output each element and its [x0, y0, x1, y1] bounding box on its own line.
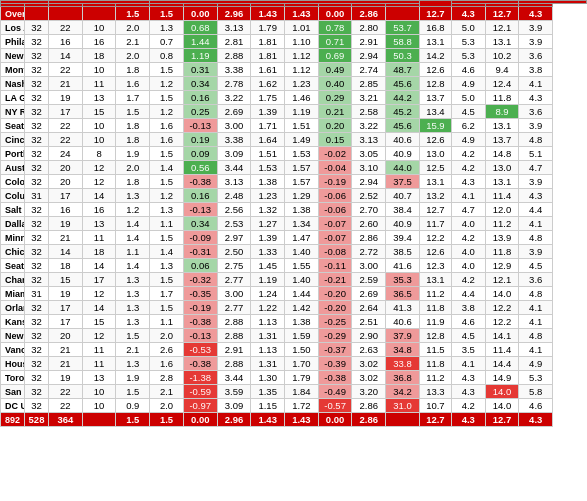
table-cell: New York City	[1, 49, 25, 63]
table-cell: 1.53	[285, 147, 319, 161]
table-cell: 1.9	[116, 147, 150, 161]
table-cell: 12.1	[485, 21, 519, 35]
table-cell: Dallas	[1, 217, 25, 231]
table-cell: 1.5	[150, 413, 184, 427]
table-cell: 0.68	[183, 21, 217, 35]
table-cell: 0.15	[318, 133, 352, 147]
table-cell: 45.6	[386, 77, 420, 91]
table-cell: 14.8	[485, 147, 519, 161]
table-cell: 1.43	[251, 413, 285, 427]
table-cell: 2.72	[352, 245, 386, 259]
table-cell: 4.5	[451, 105, 485, 119]
table-cell	[386, 413, 420, 427]
table-cell: 20	[49, 175, 83, 189]
table-cell: 2.50	[217, 245, 251, 259]
table-cell: 32	[25, 119, 49, 133]
table-cell: 24	[49, 147, 83, 161]
table-cell: 2.0	[150, 329, 184, 343]
table-cell: 4.8	[519, 231, 553, 245]
table-cell: 1.19	[285, 105, 319, 119]
table-cell: -0.13	[183, 203, 217, 217]
table-cell: 40.9	[386, 147, 420, 161]
table-cell: 1.5	[150, 7, 184, 21]
table-cell: 1.12	[285, 63, 319, 77]
table-cell: 4.6	[451, 63, 485, 77]
table-cell: 10	[82, 119, 116, 133]
table-cell: 13.1	[485, 119, 519, 133]
table-cell: 1.72	[285, 399, 319, 413]
table-cell: 4.8	[519, 133, 553, 147]
table-cell: 1.3	[116, 301, 150, 315]
table-cell: -0.31	[183, 245, 217, 259]
table-cell: 36.8	[386, 371, 420, 385]
table-cell: 1.38	[251, 175, 285, 189]
table-cell: 13.0	[485, 161, 519, 175]
table-cell: 13	[82, 217, 116, 231]
table-cell: 15	[82, 105, 116, 119]
table-cell: 12.6	[419, 245, 451, 259]
table-cell: 45.6	[386, 119, 420, 133]
table-cell: 1.4	[116, 217, 150, 231]
table-cell: 1.45	[251, 259, 285, 273]
table-cell: 12	[82, 175, 116, 189]
table-cell: 16	[49, 203, 83, 217]
table-cell: -0.32	[183, 273, 217, 287]
table-cell: 11.4	[485, 189, 519, 203]
table-cell: New England	[1, 329, 25, 343]
table-cell: 0.8	[150, 49, 184, 63]
table-cell: 1.6	[116, 77, 150, 91]
table-cell	[25, 7, 49, 21]
table-cell: 2.69	[352, 287, 386, 301]
table-cell: 1.5	[150, 231, 184, 245]
table-cell: Charlotte	[1, 273, 25, 287]
table-cell: -0.38	[183, 315, 217, 329]
table-cell: -0.29	[318, 329, 352, 343]
table-cell: 2.97	[217, 231, 251, 245]
table-cell: 22	[49, 399, 83, 413]
table-cell: 19	[49, 217, 83, 231]
table-cell: 1.53	[251, 161, 285, 175]
table-cell: 11.2	[485, 217, 519, 231]
table-cell: 34.8	[386, 343, 420, 357]
table-cell: 12.3	[419, 259, 451, 273]
table-cell: 4.2	[451, 273, 485, 287]
table-cell: 8	[82, 147, 116, 161]
table-cell: 12	[82, 287, 116, 301]
table-cell: 13.1	[419, 35, 451, 49]
table-cell: 22	[49, 385, 83, 399]
table-cell: 32	[25, 231, 49, 245]
table-cell: 53.7	[386, 21, 420, 35]
table-cell: 1.29	[285, 189, 319, 203]
table-cell: 1.79	[285, 371, 319, 385]
table-cell: 2.0	[116, 161, 150, 175]
table-cell: 32	[25, 133, 49, 147]
table-cell: 1.40	[285, 273, 319, 287]
table-cell: 10	[82, 63, 116, 77]
table-cell: 0.56	[183, 161, 217, 175]
table-cell: 44.2	[386, 91, 420, 105]
table-cell: 15	[82, 315, 116, 329]
table-cell: Overall	[1, 7, 25, 21]
table-cell: 3.02	[352, 371, 386, 385]
table-cell: -0.38	[183, 175, 217, 189]
table-cell: 1.7	[116, 91, 150, 105]
table-cell: 3.00	[217, 287, 251, 301]
table-cell: Cincinnati	[1, 133, 25, 147]
table-cell: 1.01	[285, 21, 319, 35]
table-cell: 12.7	[419, 413, 451, 427]
table-cell: 11.7	[419, 217, 451, 231]
table-cell: 2.88	[217, 357, 251, 371]
table-cell: 17	[49, 301, 83, 315]
table-cell: 2.86	[352, 231, 386, 245]
table-cell: 364	[49, 413, 83, 427]
table-cell: -0.13	[183, 329, 217, 343]
table-cell: 4.6	[519, 399, 553, 413]
table-cell: Toronto	[1, 371, 25, 385]
table-cell: 4.3	[451, 7, 485, 21]
table-cell: 14	[82, 189, 116, 203]
table-cell: 12.9	[485, 259, 519, 273]
table-cell: 4.3	[451, 175, 485, 189]
table-cell: 32	[25, 329, 49, 343]
table-cell: 15.9	[419, 119, 451, 133]
table-cell: 1.38	[285, 315, 319, 329]
